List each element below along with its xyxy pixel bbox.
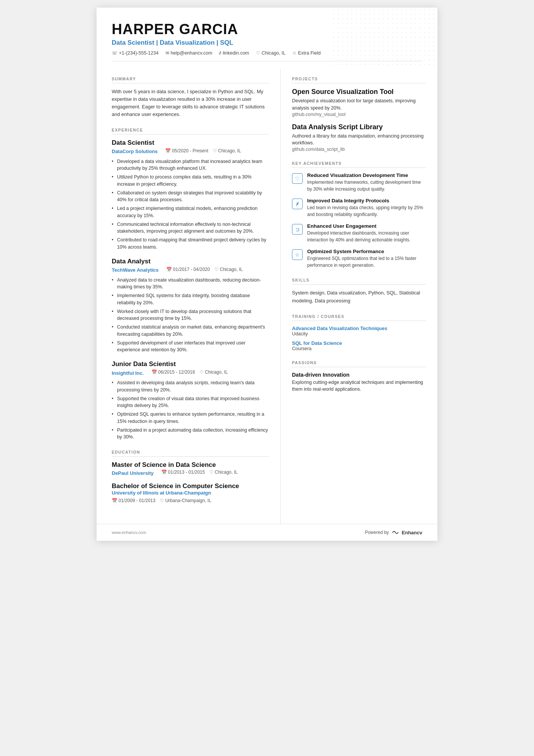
extra-icon: ☆ (292, 50, 297, 56)
training-section: TRAINING / COURSES Advanced Data Visuali… (292, 314, 426, 351)
job-1-bullets: Developed a data visualization platform … (112, 158, 269, 251)
education-title: EDUCATION (112, 450, 269, 457)
achievement-4-desc: Engineered SQL optimizations that led to… (307, 255, 426, 269)
footer-brand: Powered by Enhancv (365, 529, 422, 535)
training-2: SQL for Data Science Coursera (292, 340, 426, 351)
training-1-title: Advanced Data Visualization Techniques (292, 326, 426, 331)
header-section: HARPER GARCIA Data Scientist | Data Visu… (97, 8, 437, 69)
edu-2-dates-loc: 📅 01/2009 - 01/2013 ♡ Urbana-Champaign, … (112, 498, 269, 503)
achievement-2-icon: ✗ (292, 199, 303, 209)
bullet-item: Utilized Python to process complex data … (112, 174, 269, 188)
linkedin-icon: ∂ (219, 50, 221, 56)
edu-1-degree: Master of Science in Data Science (112, 461, 269, 469)
achievement-2: ✗ Improved Data Integrity Protocols Led … (292, 198, 426, 218)
education-section: EDUCATION Master of Science in Data Scie… (112, 450, 269, 503)
bullet-item: Developed a data visualization platform … (112, 158, 269, 172)
achievements-title: KEY ACHIEVEMENTS (292, 161, 426, 168)
passions-title: PASSIONS (292, 360, 426, 367)
achievement-1-icon: ♡ (292, 173, 303, 184)
achievement-2-text: Improved Data Integrity Protocols Led te… (307, 198, 426, 218)
experience-title: EXPERIENCE (112, 128, 269, 135)
bullet-item: Supported the creation of visual data st… (112, 395, 269, 410)
job-1-location: ♡ Chicago, IL (213, 148, 241, 153)
calendar-icon-3: 📅 (151, 369, 157, 375)
job-2-location: ♡ Chicago, IL (214, 267, 243, 272)
candidate-name: HARPER GARCIA (112, 21, 422, 38)
achievement-1-text: Reduced Visualization Development Time I… (307, 172, 426, 193)
job-1-company: DataCorp Solutions (112, 149, 158, 154)
project-2-desc: Authored a library for data manipulation… (292, 133, 426, 147)
right-column: PROJECTS Open Source Visualization Tool … (281, 69, 437, 524)
main-content: SUMMARY With over 5 years in data scienc… (97, 69, 437, 524)
project-2: Data Analysis Script Library Authored a … (292, 123, 426, 152)
achievement-3-desc: Developed interactive dashboards, increa… (307, 230, 426, 243)
project-2-link: github.com/data_script_lib (292, 147, 426, 152)
job-2-title: Data Analyst (112, 258, 269, 265)
job-3-title: Junior Data Scientist (112, 360, 269, 368)
experience-section: EXPERIENCE Data Scientist DataCorp Solut… (112, 128, 269, 441)
job-2-meta-row: TechWave Analytics 📅 01/2017 - 04/2020 ♡… (112, 266, 269, 274)
job-3-location: ♡ Chicago, IL (200, 369, 228, 375)
edu-2-school: University of Illinois at Urbana-Champai… (112, 490, 211, 496)
passion-1-title: Data-driven Innovation (292, 372, 426, 378)
project-1-title: Open Source Visualization Tool (292, 88, 426, 96)
job-2-dates: 📅 01/2017 - 04/2020 (166, 267, 210, 272)
bullet-item: Contributed to road-mapping that streaml… (112, 236, 269, 251)
contact-location: ♡ Chicago, IL (256, 50, 286, 56)
email-text: help@enhancv.com (171, 50, 212, 56)
skills-title: SKILLS (292, 278, 426, 285)
edu-2-meta-row: University of Illinois at Urbana-Champai… (112, 490, 269, 496)
location-text: Chicago, IL (262, 50, 286, 56)
edu-2: Bachelor of Science in Computer Science … (112, 482, 269, 503)
location-icon-3: ♡ (200, 369, 204, 375)
enhancv-logo-icon (391, 529, 400, 535)
brand-name: Enhancv (402, 530, 422, 535)
phone-text: +1-(234)-555-1234 (119, 50, 159, 56)
bullet-item: Collaborated on system design strategies… (112, 189, 269, 204)
edu-2-degree: Bachelor of Science in Computer Science (112, 482, 269, 490)
bullet-item: Optimized SQL queries to enhance system … (112, 411, 269, 425)
project-1: Open Source Visualization Tool Developed… (292, 88, 426, 117)
bullet-item: Participated in a project automating dat… (112, 427, 269, 441)
email-icon: ✉ (166, 50, 169, 56)
achievement-3-title: Enhanced User Engagement (307, 223, 426, 229)
contact-phone: ☏ +1-(234)-555-1234 (112, 50, 159, 56)
powered-by-text: Powered by (365, 530, 389, 535)
achievements-section: KEY ACHIEVEMENTS ♡ Reduced Visualization… (292, 161, 426, 269)
footer: www.enhancv.com Powered by Enhancv (97, 524, 437, 541)
passions-section: PASSIONS Data-driven Innovation Explorin… (292, 360, 426, 393)
contact-row: ☏ +1-(234)-555-1234 ✉ help@enhancv.com ∂… (112, 50, 422, 56)
bullet-item: Led a project implementing statistical m… (112, 205, 269, 219)
location-icon-1: ♡ (213, 148, 217, 153)
edu-1: Master of Science in Data Science DePaul… (112, 461, 269, 477)
training-2-org: Coursera (292, 346, 426, 351)
contact-extra: ☆ Extra Field (292, 50, 321, 56)
project-1-desc: Developed a visualization tool for large… (292, 97, 426, 112)
linkedin-text: linkedin.com (223, 50, 249, 56)
bullet-item: Analyzed data to create visualization da… (112, 277, 269, 291)
achievement-4-text: Optimized System Performance Engineered … (307, 249, 426, 269)
achievement-1-title: Reduced Visualization Development Time (307, 172, 426, 178)
calendar-icon-edu2: 📅 (112, 498, 117, 503)
projects-section: PROJECTS Open Source Visualization Tool … (292, 77, 426, 152)
project-2-title: Data Analysis Script Library (292, 123, 426, 131)
training-1: Advanced Data Visualization Techniques U… (292, 326, 426, 337)
achievement-1: ♡ Reduced Visualization Development Time… (292, 172, 426, 193)
projects-title: PROJECTS (292, 77, 426, 83)
resume-page: HARPER GARCIA Data Scientist | Data Visu… (97, 8, 437, 541)
training-2-title: SQL for Data Science (292, 340, 426, 346)
calendar-icon-2: 📅 (166, 267, 172, 272)
skills-section: SKILLS System design, Data visualization… (292, 278, 426, 305)
phone-icon: ☏ (112, 50, 117, 56)
job-3-company: Insightful Inc. (112, 370, 144, 376)
job-3-meta-row: Insightful Inc. 📅 06/2015 - 12/2016 ♡ Ch… (112, 369, 269, 377)
header-divider (112, 61, 422, 61)
project-1-link: github.com/my_visual_tool (292, 112, 426, 117)
job-3: Junior Data Scientist Insightful Inc. 📅 … (112, 360, 269, 441)
footer-website: www.enhancv.com (112, 530, 146, 535)
edu-2-dates: 📅 01/2009 - 01/2013 (112, 498, 155, 503)
training-1-org: Udacity (292, 331, 426, 337)
location-icon-2: ♡ (214, 267, 219, 272)
achievement-3-icon: ⊐ (292, 224, 303, 235)
edu-1-dates-loc: 📅 01/2013 - 01/2015 ♡ Chicago, IL (161, 470, 238, 475)
